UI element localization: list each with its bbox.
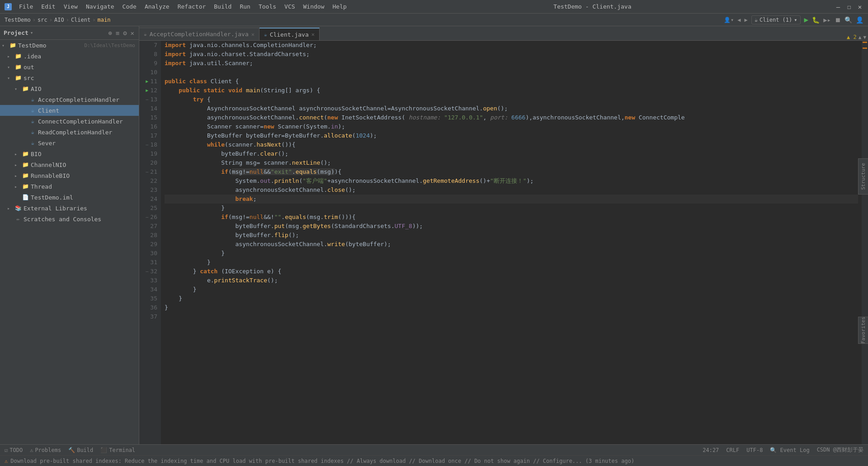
problems-button[interactable]: ⚠ Problems (30, 447, 61, 453)
client-java-icon: ☕ (29, 107, 36, 114)
warning-count[interactable]: ▲ 2 (847, 34, 857, 40)
breadcrumb-project[interactable]: TestDemo (5, 17, 31, 23)
menu-file[interactable]: File (15, 2, 37, 11)
debug-button[interactable]: 🐛 (812, 16, 820, 24)
arrow-runnablebio: ▸ (14, 173, 22, 178)
tab-accept-close[interactable]: ✕ (251, 31, 255, 38)
menu-refactor[interactable]: Refactor (174, 2, 210, 11)
menu-build[interactable]: Build (210, 2, 235, 11)
tree-item-runnablebio[interactable]: ▸ 📁 RunnableBIO (0, 170, 139, 181)
build-button[interactable]: 🔨 Build (68, 447, 93, 453)
panel-settings-button[interactable]: ⚙ (122, 29, 127, 38)
code-line-26: if(msg!=null&&!"".equals(msg.trim())){ (165, 213, 858, 222)
tab-accept-icon: ☕ (144, 31, 147, 37)
tree-label-aio: AIO (31, 86, 135, 92)
event-log-button[interactable]: 🔍 Event Log (770, 447, 809, 453)
tree-item-read[interactable]: ☕ ReadCompletionHandler (0, 127, 139, 138)
cursor-position[interactable]: 24:27 (703, 447, 719, 453)
favorites-tab-label: Favorites (860, 317, 866, 344)
code-line-28: byteBuffer.flip(); (165, 231, 858, 240)
favorites-tab[interactable]: Favorites (858, 317, 868, 344)
forward-button[interactable]: ▶ (745, 17, 748, 23)
tab-client-close[interactable]: ✕ (311, 31, 315, 38)
terminal-button[interactable]: ⬛ Terminal (100, 447, 135, 453)
menu-edit[interactable]: Edit (38, 2, 59, 11)
code-editor[interactable]: 7 8 9 10 ▶11 ▶12 –13 14 15 16 17 –18 19 … (139, 41, 868, 452)
tree-item-bio[interactable]: ▸ 📁 BIO (0, 148, 139, 159)
ln-26: –26 (141, 213, 157, 222)
tree-item-extlibs[interactable]: ▸ 📚 External Libraries (0, 203, 139, 214)
run-config-selector[interactable]: ☕ Client (1) ▾ (751, 15, 801, 24)
tree-item-testdemo[interactable]: ▾ 📁 TestDemo D:\Ideal\TestDemo (0, 40, 139, 51)
tree-item-accept[interactable]: ☕ AcceptCompletionHandler (0, 94, 139, 105)
menu-vcs[interactable]: VCS (281, 2, 298, 11)
minimize-button[interactable]: — (835, 3, 842, 10)
breadcrumb-aio[interactable]: AIO (54, 17, 64, 23)
tab-accept[interactable]: ☕ AcceptCompletionHandler.java ✕ (139, 28, 259, 40)
terminal-label: Terminal (109, 447, 135, 453)
menu-navigate[interactable]: Navigate (82, 2, 118, 11)
structure-tab-label: Structure (860, 163, 866, 190)
tree-item-iml[interactable]: 📄 TestDemo.iml (0, 192, 139, 203)
stop-button[interactable]: ⏹ (835, 16, 841, 24)
charset[interactable]: UTF-8 (746, 447, 763, 453)
scroll-down-icon[interactable]: ▼ (863, 34, 866, 40)
tree-item-connect[interactable]: ☕ ConnectCompletionHandler (0, 116, 139, 127)
run-config-chevron: ▾ (794, 17, 797, 23)
tree-item-out[interactable]: ▾ 📁 out (0, 62, 139, 72)
tab-client[interactable]: ☕ Client.java ✕ (259, 28, 320, 40)
notification-icon: ⚠ (5, 458, 8, 464)
tree-label-testdemo: TestDemo (18, 42, 82, 49)
menu-window[interactable]: Window (300, 2, 328, 11)
search-everywhere-button[interactable]: 🔍 (844, 16, 852, 24)
close-button[interactable]: ✕ (856, 3, 863, 10)
menu-tools[interactable]: Tools (255, 2, 280, 11)
tree-item-channelnio[interactable]: ▸ 📁 ChannelNIO (0, 159, 139, 170)
tree-label-thread: Thread (31, 183, 135, 190)
ln-34: 34 (141, 285, 157, 294)
code-line-11: public class Client { (165, 77, 858, 86)
code-lines[interactable]: import java.nio.channels.CompletionHandl… (161, 41, 862, 452)
tree-item-idea[interactable]: ▸ 📁 .idea (0, 51, 139, 62)
structure-tab[interactable]: Structure (858, 158, 868, 195)
menu-analyze[interactable]: Analyze (141, 2, 173, 11)
code-line-12: public static void main(String[] args) { (165, 86, 858, 95)
tree-item-thread[interactable]: ▸ 📁 Thread (0, 181, 139, 192)
breadcrumb-client[interactable]: Client (71, 17, 90, 23)
panel-locate-button[interactable]: ⊕ (107, 29, 113, 38)
code-line-13: try { (165, 95, 858, 104)
code-line-29: asynchronousSocketChannel.write(byteBuff… (165, 240, 858, 249)
back-button[interactable]: ◀ (737, 17, 741, 23)
run-config-label: Client (1) (760, 17, 792, 23)
scroll-up-icon[interactable]: ▲ (859, 34, 862, 40)
profile-icon[interactable]: 👤 (856, 16, 863, 24)
coverage-button[interactable]: ▶▸ (823, 16, 831, 24)
todo-checkbox-icon: ☑ (5, 447, 8, 453)
title-left: J File Edit View Navigate Code Analyze R… (5, 2, 350, 11)
user-icon[interactable]: 👤▾ (724, 17, 734, 23)
tree-label-channelnio: ChannelNIO (31, 162, 135, 168)
breadcrumb-src[interactable]: src (38, 17, 47, 23)
menu-run[interactable]: Run (236, 2, 254, 11)
run-button[interactable]: ▶ (804, 15, 809, 24)
tree-item-aio[interactable]: ▾ 📁 AIO (0, 83, 139, 94)
tree-item-sever[interactable]: ☕ Sever (0, 138, 139, 148)
breadcrumb-main[interactable]: main (97, 17, 110, 23)
tree-item-src[interactable]: ▾ 📁 src (0, 72, 139, 83)
todo-button[interactable]: ☑ TODO (5, 447, 23, 453)
panel-collapse-button[interactable]: ≡ (115, 29, 120, 38)
panel-close-button[interactable]: ✕ (130, 29, 135, 38)
idea-folder-icon: 📁 (14, 52, 22, 60)
line-endings[interactable]: CRLF (726, 447, 739, 453)
menu-code[interactable]: Code (119, 2, 140, 11)
arrow-aio: ▾ (14, 86, 22, 91)
arrow-channelnio: ▸ (14, 162, 22, 167)
menu-view[interactable]: View (60, 2, 81, 11)
maximize-button[interactable]: ☐ (845, 3, 853, 10)
tree-item-scratches[interactable]: ✏️ Scratches and Consoles (0, 214, 139, 224)
menu-help[interactable]: Help (329, 2, 350, 11)
tab-accept-label: AcceptCompletionHandler.java (150, 31, 249, 38)
code-line-22: System.out.println("客户端"+asynchronousSoc… (165, 176, 858, 185)
tree-item-client[interactable]: ☕ Client (0, 105, 139, 116)
ln-32: –32 (141, 267, 157, 276)
